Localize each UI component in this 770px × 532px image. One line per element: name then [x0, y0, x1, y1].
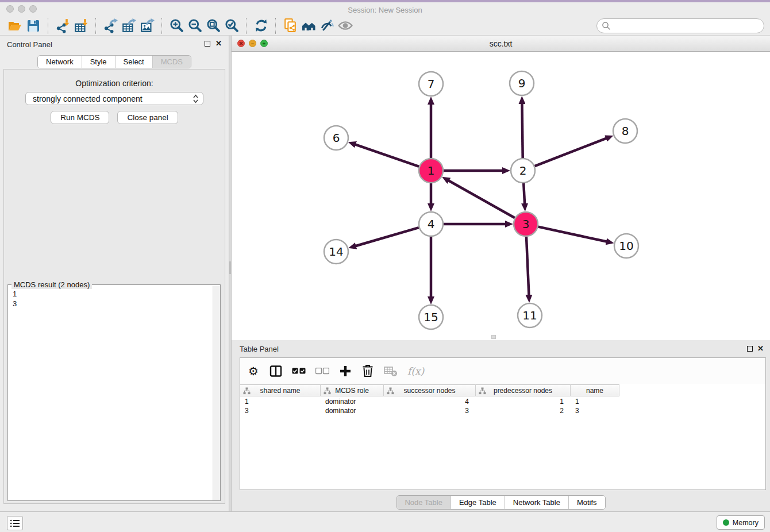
float-panel-icon[interactable]: [205, 41, 210, 47]
select-all-icon[interactable]: [292, 364, 306, 379]
copy-view-icon[interactable]: [281, 17, 299, 34]
graph-node-11[interactable]: 11: [518, 303, 542, 327]
column-label: predecessor nodes: [494, 387, 552, 395]
edge-2-3[interactable]: [523, 183, 525, 204]
tab-style[interactable]: Style: [82, 56, 115, 68]
table-cell[interactable]: 3: [571, 406, 619, 415]
edge-3-10[interactable]: [538, 227, 606, 242]
graph-node-10[interactable]: 10: [614, 234, 638, 258]
table-cell[interactable]: 1: [240, 397, 321, 406]
graph-node-9[interactable]: 9: [510, 71, 534, 95]
column-header-mcds-role[interactable]: MCDS role: [321, 384, 384, 396]
import-network-icon[interactable]: [53, 17, 72, 34]
close-panel-button[interactable]: Close panel: [117, 111, 178, 124]
optimization-criterion-label: Optimization criterion:: [4, 79, 225, 88]
optimization-criterion-select[interactable]: strongly connected component: [25, 92, 203, 105]
control-panel-title: Control Panel: [7, 40, 52, 49]
graph-node-3[interactable]: 3: [514, 212, 538, 236]
table-cell[interactable]: dominator: [321, 406, 384, 415]
export-image-icon[interactable]: [138, 17, 156, 34]
table-float-icon[interactable]: [747, 346, 753, 352]
refresh-icon[interactable]: [252, 17, 270, 34]
network-canvas[interactable]: 1234678910111415: [232, 52, 770, 340]
zoom-in-icon[interactable]: [167, 17, 186, 34]
zoom-selected-icon[interactable]: [222, 17, 241, 34]
table-panel-title: Table Panel: [240, 345, 279, 353]
table-cell[interactable]: 3: [240, 406, 321, 415]
edge-3-11[interactable]: [526, 237, 529, 295]
edge-3-1[interactable]: [448, 180, 514, 218]
table-cell[interactable]: 3: [384, 406, 476, 415]
table-cell[interactable]: 4: [384, 397, 476, 406]
save-session-icon[interactable]: [24, 17, 43, 34]
show-hide-graphics-icon[interactable]: [336, 17, 355, 34]
tab-network[interactable]: Network: [38, 56, 82, 68]
mcds-result-scrollbar[interactable]: [213, 286, 220, 500]
column-header-shared-name[interactable]: shared name: [240, 384, 321, 396]
control-panel: Control Panel ✕ NetworkStyleSelectMCDS O…: [0, 36, 229, 511]
graph-node-1[interactable]: 1: [419, 159, 443, 183]
splitter-handle[interactable]: [229, 261, 231, 274]
home-icon[interactable]: [299, 17, 318, 34]
tab-edge-table[interactable]: Edge Table: [451, 496, 505, 509]
toggle-graphics-details-icon[interactable]: [318, 17, 336, 34]
network-minimize-icon[interactable]: −: [249, 40, 256, 47]
close-panel-icon[interactable]: ✕: [215, 39, 222, 48]
tab-network-table[interactable]: Network Table: [505, 496, 568, 509]
tab-select[interactable]: Select: [115, 56, 152, 68]
window-title: Session: New Session: [0, 5, 770, 16]
tab-mcds[interactable]: MCDS: [152, 56, 191, 68]
graph-node-14[interactable]: 14: [324, 240, 348, 264]
select-stepper-icon: [193, 94, 198, 105]
tab-node-table[interactable]: Node Table: [396, 496, 451, 509]
control-panel-tabs: NetworkStyleSelectMCDS: [37, 55, 191, 68]
open-session-icon[interactable]: [6, 17, 24, 34]
deselect-all-icon[interactable]: [315, 364, 329, 379]
show-columns-icon[interactable]: [270, 364, 282, 379]
table-close-icon[interactable]: ✕: [757, 344, 764, 353]
graph-node-7[interactable]: 7: [419, 72, 443, 96]
zoom-out-icon[interactable]: [186, 17, 204, 34]
network-graph[interactable]: 1234678910111415: [232, 52, 770, 340]
search-input[interactable]: [596, 18, 764, 33]
toolbar-separator: [161, 18, 162, 34]
status-bar: Memory: [0, 511, 770, 532]
column-header-name[interactable]: name: [571, 384, 619, 396]
import-table-icon[interactable]: [72, 17, 90, 34]
table-options-icon[interactable]: ⚙: [247, 364, 260, 379]
table-cell[interactable]: 1: [476, 397, 571, 406]
edge-1-6[interactable]: [355, 144, 419, 166]
edge-4-14[interactable]: [356, 228, 419, 246]
canvas-scroll-grip[interactable]: [491, 335, 496, 339]
network-close-icon[interactable]: ✕: [237, 40, 245, 47]
graph-node-8[interactable]: 8: [613, 119, 637, 143]
column-header-successor-nodes[interactable]: successor nodes: [384, 384, 476, 396]
memory-button[interactable]: Memory: [717, 515, 765, 530]
table-row[interactable]: 3dominator323: [240, 406, 765, 415]
run-mcds-button[interactable]: Run MCDS: [51, 111, 109, 124]
create-column-icon[interactable]: [339, 364, 352, 379]
graph-node-15[interactable]: 15: [419, 305, 443, 329]
toolbar-separator: [275, 18, 276, 34]
table-cell[interactable]: 2: [476, 406, 571, 415]
tab-motifs[interactable]: Motifs: [568, 496, 605, 509]
table-cell[interactable]: dominator: [321, 397, 384, 406]
export-table-icon[interactable]: [120, 17, 138, 34]
zoom-fit-icon[interactable]: [204, 17, 222, 34]
column-header-predecessor-nodes[interactable]: predecessor nodes: [476, 384, 571, 396]
graph-node-2[interactable]: 2: [511, 159, 535, 183]
table-toolbar: ⚙f(x): [240, 358, 765, 384]
table-row[interactable]: 1dominator411: [240, 397, 765, 406]
edge-2-8[interactable]: [535, 138, 607, 166]
delete-column-icon[interactable]: [361, 364, 374, 379]
task-history-button[interactable]: [7, 516, 23, 530]
export-network-icon[interactable]: [101, 17, 120, 34]
titlebar: Session: New Session: [0, 2, 770, 16]
svg-text:1: 1: [428, 164, 435, 178]
edge-2-9[interactable]: [522, 103, 522, 158]
hierarchy-icon: [387, 387, 394, 396]
graph-node-4[interactable]: 4: [419, 212, 443, 236]
network-zoom-icon[interactable]: +: [260, 40, 268, 47]
graph-node-6[interactable]: 6: [324, 126, 348, 150]
table-cell[interactable]: 1: [571, 397, 619, 406]
